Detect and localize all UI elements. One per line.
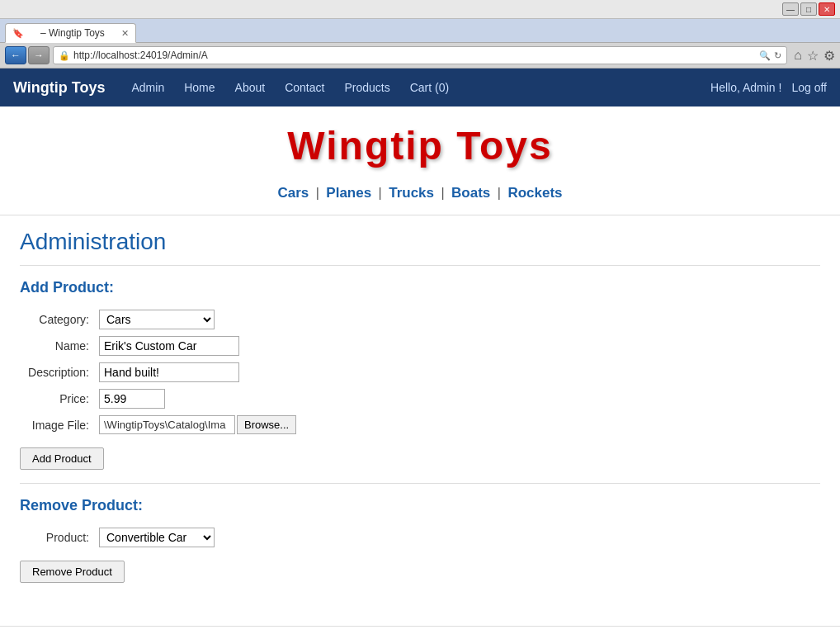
nav-right: Hello, Admin ! Log off [710, 81, 827, 94]
form-row-image: Image File: \WingtipToys\Catalog\Ima Bro… [20, 412, 301, 438]
product-select[interactable]: Convertible Car [99, 528, 215, 547]
address-icons: 🔍 ↻ [759, 50, 781, 61]
active-tab[interactable]: 🔖 – Wingtip Toys ✕ [5, 23, 136, 43]
settings-icon[interactable]: ⚙ [823, 48, 835, 64]
add-product-form: Category: Cars Planes Trucks Boats Rocke… [20, 306, 301, 438]
tab-title: – Wingtip Toys [40, 27, 105, 39]
nav-logoff[interactable]: Log off [791, 81, 827, 94]
category-nav: Cars | Planes | Trucks | Boats | Rockets [0, 177, 840, 215]
cat-planes[interactable]: Planes [326, 185, 371, 201]
sep-2: | [379, 186, 382, 200]
price-input[interactable] [99, 389, 165, 409]
address-bar[interactable]: 🔒 http://localhost:24019/Admin/A 🔍 ↻ [53, 46, 787, 64]
form-row-product: Product: Convertible Car [20, 524, 219, 551]
admin-title: Administration [20, 229, 820, 255]
remove-product-button[interactable]: Remove Product [20, 561, 125, 583]
favorites-icon[interactable]: ☆ [807, 48, 819, 64]
form-row-category: Category: Cars Planes Trucks Boats Rocke… [20, 306, 301, 333]
file-input-wrapper: \WingtipToys\Catalog\Ima Browse... [99, 415, 296, 434]
sep-1: | [316, 186, 319, 200]
nav-brand[interactable]: Wingtip Toys [13, 79, 106, 97]
sep-4: | [498, 186, 501, 200]
description-label: Description: [20, 359, 94, 386]
nav-home[interactable]: Home [174, 69, 224, 106]
file-path-display: \WingtipToys\Catalog\Ima [99, 415, 235, 434]
form-row-price: Price: [20, 386, 301, 412]
nav-buttons: ← → [5, 46, 50, 64]
footer: © 2013 - Wingtip Toys [0, 626, 840, 639]
name-input[interactable] [99, 336, 239, 356]
minimize-button[interactable]: — [782, 2, 799, 16]
admin-section: Administration Add Product: Category: Ca… [0, 215, 840, 609]
nav-products[interactable]: Products [334, 69, 399, 106]
nav-hello: Hello, Admin ! [710, 81, 781, 94]
price-label: Price: [20, 386, 94, 412]
form-row-description: Description: [20, 359, 301, 386]
remove-section: Remove Product: Product: Convertible Car… [20, 497, 820, 596]
maximize-button[interactable]: □ [800, 2, 817, 16]
page-content: Wingtip Toys Admin Home About Contact Pr… [0, 69, 840, 639]
address-text: http://localhost:24019/Admin/A [73, 50, 759, 61]
back-button[interactable]: ← [5, 46, 26, 64]
nav-contact[interactable]: Contact [275, 69, 334, 106]
add-product-button[interactable]: Add Product [20, 447, 104, 470]
home-icon[interactable]: ⌂ [794, 48, 802, 63]
category-select[interactable]: Cars Planes Trucks Boats Rockets [99, 310, 215, 329]
browse-button[interactable]: Browse... [237, 415, 296, 434]
sep-3: | [441, 186, 444, 200]
site-title-area: Wingtip Toys [0, 106, 840, 177]
refresh-icon[interactable]: ↻ [774, 50, 781, 61]
nav-about[interactable]: About [225, 69, 276, 106]
section-divider-1 [20, 265, 820, 266]
close-button[interactable]: ✕ [819, 2, 835, 16]
name-label: Name: [20, 333, 94, 359]
nav-links: Admin Home About Contact Products Cart (… [122, 69, 711, 106]
forward-button[interactable]: → [28, 46, 50, 64]
tab-close-icon[interactable]: ✕ [121, 28, 129, 39]
description-input[interactable] [99, 362, 239, 382]
site-title: Wingtip Toys [0, 123, 840, 168]
remove-product-form: Product: Convertible Car [20, 524, 219, 551]
section-divider-2 [20, 483, 820, 484]
nav-cart[interactable]: Cart (0) [400, 69, 459, 106]
form-row-name: Name: [20, 333, 301, 359]
nav-admin[interactable]: Admin [122, 69, 175, 106]
remove-product-heading: Remove Product: [20, 497, 820, 514]
cat-boats[interactable]: Boats [451, 185, 490, 201]
cat-trucks[interactable]: Trucks [389, 185, 434, 201]
image-label: Image File: [20, 412, 94, 438]
cat-rockets[interactable]: Rockets [507, 185, 562, 201]
search-icon[interactable]: 🔍 [759, 50, 771, 61]
cat-cars[interactable]: Cars [277, 185, 309, 201]
add-product-heading: Add Product: [20, 279, 820, 296]
top-nav: Wingtip Toys Admin Home About Contact Pr… [0, 69, 840, 106]
product-label: Product: [20, 524, 94, 551]
toolbar-icons: ⌂ ☆ ⚙ [794, 48, 835, 64]
category-label: Category: [20, 306, 94, 333]
window-controls: — □ ✕ [782, 2, 835, 16]
browser-chrome: — □ ✕ 🔖 – Wingtip Toys ✕ ← → 🔒 http://lo… [0, 0, 840, 69]
